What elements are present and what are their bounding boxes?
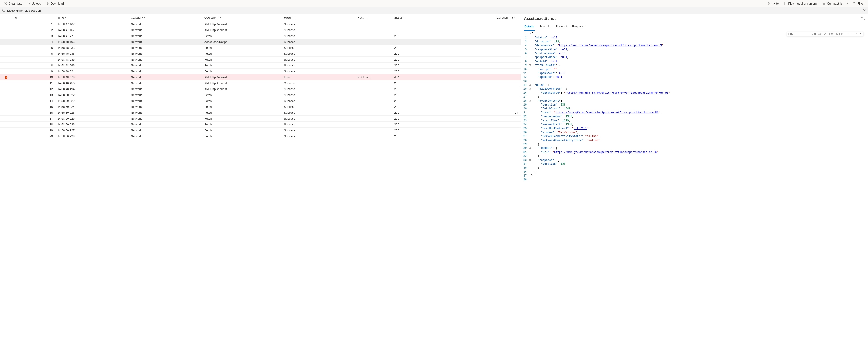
- tab-response[interactable]: Response: [572, 23, 586, 31]
- col-duration[interactable]: Duration (ms): [447, 14, 521, 21]
- fold-toggle[interactable]: [528, 174, 531, 178]
- line-number: 32: [521, 154, 528, 158]
- fold-toggle[interactable]: [528, 139, 531, 143]
- events-scroll[interactable]: 114:58:47.167NetworkXMLHttpRequestSucces…: [0, 21, 521, 346]
- row-operation-cell: Fetch: [202, 33, 282, 39]
- fold-toggle[interactable]: ⊟: [528, 32, 531, 36]
- fold-toggle[interactable]: [528, 44, 531, 48]
- filter-button[interactable]: Filter: [850, 1, 866, 6]
- line-number: 7: [521, 56, 528, 59]
- col-flag[interactable]: [0, 14, 12, 21]
- fold-toggle[interactable]: [528, 103, 531, 107]
- fold-toggle[interactable]: [528, 170, 531, 174]
- find-next-icon[interactable]: →: [850, 32, 854, 35]
- find-prev-icon[interactable]: ←: [845, 32, 849, 35]
- fold-toggle[interactable]: ⊟: [528, 158, 531, 162]
- row-res2-cell: [355, 104, 392, 110]
- col-status[interactable]: Status: [392, 14, 447, 21]
- find-input[interactable]: [788, 32, 811, 35]
- table-row[interactable]: 1614:58:50.925NetworkFetchSuccess2001,(: [0, 110, 521, 116]
- upload-button[interactable]: Upload: [25, 1, 43, 6]
- regex-icon[interactable]: .*: [824, 32, 827, 35]
- table-row[interactable]: 1514:58:50.924NetworkFetchSuccess200: [0, 104, 521, 110]
- expand-panel-button[interactable]: [861, 17, 865, 21]
- json-viewer[interactable]: Aa Abl .* No Results ← → ≡ ✕ 1⊟{2 "statu…: [521, 31, 868, 346]
- col-result[interactable]: Result: [282, 14, 355, 21]
- fold-toggle[interactable]: [528, 48, 531, 52]
- play-app-button[interactable]: Play model-driven app: [781, 1, 820, 6]
- invite-button[interactable]: Invite: [765, 1, 781, 6]
- fold-toggle[interactable]: [528, 91, 531, 95]
- find-selection-icon[interactable]: ≡: [855, 32, 858, 35]
- whole-word-icon[interactable]: Abl: [818, 32, 823, 35]
- fold-toggle[interactable]: [528, 107, 531, 111]
- table-row[interactable]: 214:58:47.167NetworkXMLHttpRequestSucces…: [0, 27, 521, 33]
- fold-toggle[interactable]: [528, 131, 531, 135]
- table-row[interactable]: 2014:58:50.928NetworkFetchSuccess200: [0, 134, 521, 139]
- fold-toggle[interactable]: ⊟: [528, 87, 531, 91]
- fold-toggle[interactable]: [528, 119, 531, 123]
- fold-toggle[interactable]: [528, 143, 531, 146]
- fold-toggle[interactable]: [528, 52, 531, 56]
- tab-details[interactable]: Details: [524, 23, 535, 31]
- fold-toggle[interactable]: [528, 111, 531, 115]
- tab-formula[interactable]: Formula: [539, 23, 551, 31]
- fold-toggle[interactable]: [528, 36, 531, 40]
- row-id-cell: 16: [12, 110, 55, 116]
- fold-toggle[interactable]: ⊟: [528, 63, 531, 67]
- col-id[interactable]: Id: [12, 14, 55, 21]
- table-row[interactable]: 1814:58:50.926NetworkFetchSuccess200: [0, 122, 521, 127]
- line-number: 22: [521, 115, 528, 119]
- fold-toggle[interactable]: ⊟: [528, 99, 531, 103]
- table-row[interactable]: 1214:58:48.494NetworkXMLHttpRequestSucce…: [0, 86, 521, 92]
- table-row[interactable]: 914:58:48.324NetworkFetchSuccess200: [0, 68, 521, 75]
- fold-toggle[interactable]: [528, 79, 531, 83]
- fold-toggle[interactable]: [528, 150, 531, 154]
- close-infobar-button[interactable]: [863, 9, 866, 12]
- fold-toggle[interactable]: [528, 56, 531, 59]
- fold-toggle[interactable]: [528, 71, 531, 75]
- table-row[interactable]: 1914:58:50.927NetworkFetchSuccess200: [0, 127, 521, 134]
- fold-toggle[interactable]: ⊟: [528, 146, 531, 150]
- table-row[interactable]: 1114:58:48.453NetworkXMLHttpRequestSucce…: [0, 80, 521, 86]
- fold-toggle[interactable]: [528, 135, 531, 138]
- download-button[interactable]: Download: [44, 1, 66, 6]
- fold-toggle[interactable]: [528, 154, 531, 158]
- row-res2-cell: [355, 33, 392, 39]
- fold-toggle[interactable]: [528, 126, 531, 131]
- table-row[interactable]: 714:58:48.236NetworkFetchSuccess200: [0, 57, 521, 63]
- tab-request[interactable]: Request: [555, 23, 567, 31]
- table-row[interactable]: 514:58:48.233NetworkFetchSuccess200: [0, 45, 521, 51]
- col-category[interactable]: Category: [129, 14, 202, 21]
- table-row[interactable]: ✕1014:58:48.378NetworkXMLHttpRequestErro…: [0, 75, 521, 80]
- table-row[interactable]: 414:58:48.106NetworkAssetLoad.ScriptSucc…: [0, 39, 521, 45]
- fold-toggle[interactable]: [528, 162, 531, 166]
- line-number: 37: [521, 174, 528, 178]
- table-row[interactable]: 314:58:47.771NetworkFetchSuccess200: [0, 33, 521, 39]
- col-time[interactable]: Time: [55, 14, 129, 21]
- table-row[interactable]: 114:58:47.167NetworkXMLHttpRequestSucces…: [0, 21, 521, 27]
- fold-toggle[interactable]: [528, 75, 531, 79]
- fold-toggle[interactable]: [528, 123, 531, 126]
- find-close-icon[interactable]: ✕: [859, 32, 862, 35]
- fold-toggle[interactable]: [528, 67, 531, 71]
- table-row[interactable]: 1414:58:50.922NetworkFetchSuccess200: [0, 98, 521, 104]
- table-row[interactable]: 1714:58:50.925NetworkFetchSuccess200: [0, 116, 521, 122]
- table-row[interactable]: 1314:58:50.922NetworkFetchSuccess200: [0, 92, 521, 98]
- compact-list-button[interactable]: Compact list: [820, 1, 850, 6]
- fold-toggle[interactable]: [528, 115, 531, 119]
- fold-toggle[interactable]: [528, 60, 531, 63]
- clear-data-button[interactable]: Clear data: [2, 1, 25, 6]
- table-row[interactable]: 814:58:48.296NetworkFetchSuccess200: [0, 63, 521, 68]
- fold-toggle[interactable]: [528, 166, 531, 170]
- table-row[interactable]: 614:58:48.235NetworkFetchSuccess200: [0, 51, 521, 57]
- fold-toggle[interactable]: ⊟: [528, 83, 531, 87]
- row-duration-cell: [447, 104, 521, 110]
- fold-toggle[interactable]: [528, 95, 531, 99]
- row-operation-cell: Fetch: [202, 68, 282, 75]
- col-operation[interactable]: Operation: [202, 14, 282, 21]
- row-id-cell: 18: [12, 122, 55, 127]
- match-case-icon[interactable]: Aa: [812, 32, 816, 35]
- fold-toggle[interactable]: [528, 40, 531, 44]
- col-res2[interactable]: Res…: [355, 14, 392, 21]
